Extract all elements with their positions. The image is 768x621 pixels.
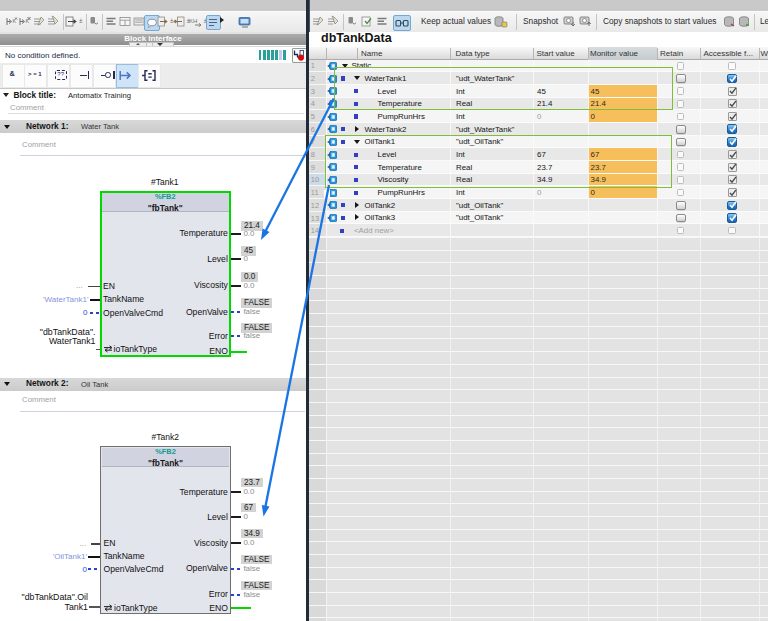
svg-text:KH: KH <box>189 18 197 24</box>
